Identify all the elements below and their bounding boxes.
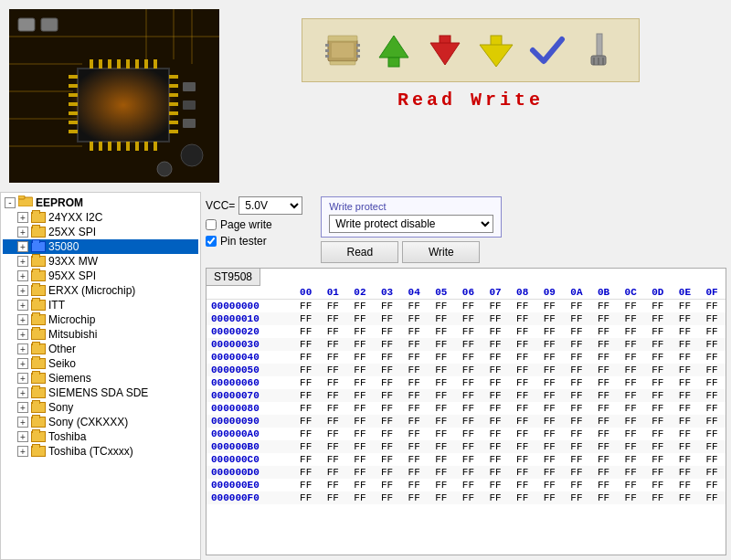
page-write-checkbox[interactable] bbox=[206, 219, 217, 230]
hex-cell: FF bbox=[617, 338, 644, 351]
tree-item[interactable]: +SIEMENS SDA SDE bbox=[3, 386, 198, 400]
hex-cell: FF bbox=[319, 338, 346, 351]
hex-cell: FF bbox=[346, 300, 374, 313]
hex-cell: FF bbox=[455, 389, 482, 402]
hex-cell: FF bbox=[455, 312, 482, 325]
tree-expand-icon[interactable]: + bbox=[17, 431, 28, 442]
tree-item[interactable]: +25XX SPI bbox=[3, 225, 198, 239]
tree-item-label: 35080 bbox=[48, 240, 79, 253]
tree-item[interactable]: +Sony (CXKXXX) bbox=[3, 415, 198, 429]
hex-cell: FF bbox=[374, 312, 401, 325]
hex-cell: FF bbox=[672, 440, 699, 453]
hex-cell: FF bbox=[698, 402, 726, 415]
svg-rect-32 bbox=[135, 59, 139, 69]
root-expand[interactable]: - bbox=[5, 197, 16, 208]
hex-cell: FF bbox=[428, 338, 455, 351]
tree-item[interactable]: +Microchip bbox=[3, 312, 198, 327]
tree-expand-icon[interactable]: + bbox=[17, 285, 28, 296]
hex-cell: FF bbox=[563, 453, 590, 466]
tree-item[interactable]: +Mitsubishi bbox=[3, 327, 198, 342]
tree-expand-icon[interactable]: + bbox=[17, 314, 28, 325]
tree-expand-icon[interactable]: + bbox=[17, 446, 28, 457]
hex-cell: FF bbox=[563, 376, 590, 389]
hex-cell: FF bbox=[644, 364, 672, 376]
hex-cell: FF bbox=[455, 491, 482, 504]
hex-cell: FF bbox=[617, 428, 644, 440]
hex-cell: FF bbox=[292, 466, 320, 479]
tree-root[interactable]: - EEPROM bbox=[3, 195, 198, 210]
tree-item[interactable]: +ITT bbox=[3, 298, 198, 312]
hex-cell: FF bbox=[590, 364, 618, 376]
tree-item[interactable]: +95XX SPI bbox=[3, 269, 198, 283]
tree-expand-icon[interactable]: + bbox=[17, 402, 28, 413]
tree-expand-icon[interactable]: + bbox=[17, 300, 28, 311]
hex-cell: FF bbox=[617, 325, 644, 338]
svg-rect-27 bbox=[90, 59, 93, 69]
tree-expand-icon[interactable]: + bbox=[17, 270, 28, 281]
hex-row: 00000010FFFFFFFFFFFFFFFFFFFFFFFFFFFFFFFF bbox=[207, 312, 726, 325]
yellow-down-icon[interactable] bbox=[474, 28, 518, 72]
tree-item[interactable]: +Siemens bbox=[3, 371, 198, 386]
tree-item[interactable]: +ERXX (Microchip) bbox=[3, 283, 198, 298]
hex-cell: FF bbox=[374, 376, 401, 389]
tree-expand-icon[interactable]: + bbox=[17, 358, 28, 369]
svg-rect-59 bbox=[388, 58, 399, 67]
hex-cell: FF bbox=[509, 351, 536, 364]
tree-item[interactable]: +Toshiba (TCxxxx) bbox=[3, 444, 198, 459]
svg-rect-13 bbox=[69, 75, 78, 79]
vcc-select[interactable]: 5.0V 3.3V bbox=[238, 196, 302, 215]
hex-addr: 00000010 bbox=[207, 312, 292, 325]
tree-expand-icon[interactable]: + bbox=[17, 212, 28, 223]
tree-expand-icon[interactable]: + bbox=[17, 329, 28, 340]
tree-expand-icon[interactable]: + bbox=[17, 387, 28, 398]
svg-point-47 bbox=[157, 162, 172, 176]
hex-cell: FF bbox=[535, 351, 563, 364]
hex-cell: FF bbox=[428, 428, 455, 440]
tree-expand-icon[interactable]: + bbox=[17, 343, 28, 354]
hex-cell: FF bbox=[346, 402, 374, 415]
tree-item[interactable]: +Seiko bbox=[3, 356, 198, 371]
tree-expand-icon[interactable]: + bbox=[17, 417, 28, 428]
hex-addr: 000000F0 bbox=[207, 491, 292, 504]
hex-cell: FF bbox=[374, 389, 401, 402]
tree-expand-icon[interactable]: + bbox=[17, 373, 28, 384]
hex-cell: FF bbox=[563, 364, 590, 376]
hex-body: 00000000FFFFFFFFFFFFFFFFFFFFFFFFFFFFFFFF… bbox=[207, 300, 726, 505]
hex-cell: FF bbox=[428, 351, 455, 364]
hex-cell: FF bbox=[482, 300, 509, 313]
hex-cell: FF bbox=[563, 479, 590, 491]
tree-item[interactable]: +24YXX I2C bbox=[3, 210, 198, 225]
chip-icon[interactable] bbox=[321, 28, 365, 72]
hex-cell: FF bbox=[400, 364, 428, 376]
hex-cell: FF bbox=[400, 440, 428, 453]
folder-icon bbox=[31, 314, 46, 325]
check-icon[interactable] bbox=[525, 28, 569, 72]
tree-item[interactable]: +Sony bbox=[3, 400, 198, 415]
hex-tab[interactable]: ST9508 bbox=[207, 269, 260, 286]
hex-cell: FF bbox=[346, 479, 374, 491]
hex-cell: FF bbox=[292, 479, 320, 491]
tree-item[interactable]: +35080 bbox=[3, 239, 198, 254]
hex-col-header: 07 bbox=[482, 286, 509, 300]
tree-item[interactable]: +Other bbox=[3, 342, 198, 356]
hex-row: 00000070FFFFFFFFFFFFFFFFFFFFFFFFFFFFFFFF bbox=[207, 389, 726, 402]
tree-item[interactable]: +Toshiba bbox=[3, 429, 198, 444]
hex-cell: FF bbox=[535, 364, 563, 376]
up-arrow-icon[interactable] bbox=[372, 28, 416, 72]
hex-col-header: 02 bbox=[346, 286, 374, 300]
hex-cell: FF bbox=[319, 415, 346, 428]
tree-expand-icon[interactable]: + bbox=[17, 241, 28, 252]
read-button[interactable]: Read bbox=[321, 241, 398, 263]
wp-select[interactable]: Write protect disable Write protect enab… bbox=[329, 215, 493, 233]
tree-expand-icon[interactable]: + bbox=[17, 227, 28, 238]
root-icon bbox=[18, 195, 33, 209]
down-arrow-icon[interactable] bbox=[423, 28, 467, 72]
tree-item[interactable]: +93XX MW bbox=[3, 254, 198, 269]
brush-icon[interactable] bbox=[577, 28, 620, 72]
write-button[interactable]: Write bbox=[402, 241, 480, 263]
hex-cell: FF bbox=[428, 415, 455, 428]
pin-tester-checkbox[interactable] bbox=[206, 236, 217, 247]
hex-cell: FF bbox=[672, 312, 699, 325]
hex-cell: FF bbox=[374, 428, 401, 440]
tree-expand-icon[interactable]: + bbox=[17, 256, 28, 267]
